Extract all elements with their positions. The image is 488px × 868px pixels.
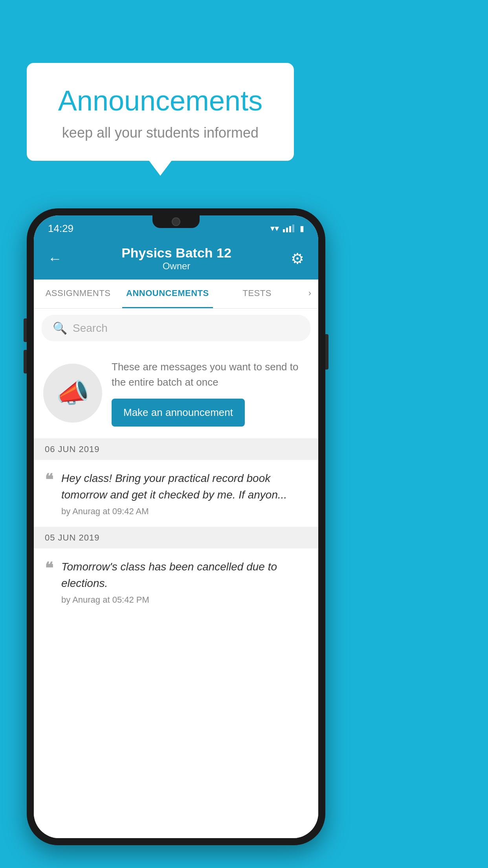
announcement-message-1: Hey class! Bring your practical record b…	[61, 470, 307, 503]
tabs-bar: ASSIGNMENTS ANNOUNCEMENTS TESTS ›	[34, 280, 318, 309]
speech-bubble-title: Announcements	[50, 85, 270, 117]
status-time: 14:29	[48, 223, 73, 235]
battery-icon: ▮	[300, 224, 304, 233]
announcement-text-1: Hey class! Bring your practical record b…	[61, 470, 307, 517]
phone-camera	[172, 217, 180, 226]
tab-announcements[interactable]: ANNOUNCEMENTS	[122, 280, 213, 308]
app-header: ← Physics Batch 12 Owner ⚙	[34, 238, 318, 280]
announcement-empty-state: 📣 These are messages you want to send to…	[34, 348, 318, 439]
speech-bubble-subtitle: keep all your students informed	[50, 125, 270, 141]
announcement-meta-1: by Anurag at 09:42 AM	[61, 506, 307, 517]
volume-down-button	[24, 350, 27, 373]
volume-up-button	[24, 318, 27, 342]
phone-outer: 14:29 ▾▾ ▮ ← Physics Batch 12	[27, 208, 325, 845]
speech-bubble-container: Announcements keep all your students inf…	[27, 63, 294, 161]
date-separator-1: 06 JUN 2019	[34, 439, 318, 460]
tab-assignments[interactable]: ASSIGNMENTS	[34, 280, 122, 308]
user-role: Owner	[62, 261, 291, 272]
search-icon: 🔍	[53, 321, 67, 335]
back-button[interactable]: ←	[48, 250, 62, 267]
phone-notch	[152, 215, 200, 228]
date-separator-2: 05 JUN 2019	[34, 527, 318, 548]
header-center: Physics Batch 12 Owner	[62, 245, 291, 272]
phone-screen: 14:29 ▾▾ ▮ ← Physics Batch 12	[34, 215, 318, 838]
search-container: 🔍 Search	[34, 309, 318, 348]
speech-bubble: Announcements keep all your students inf…	[27, 63, 294, 161]
status-icons: ▾▾ ▮	[270, 223, 304, 234]
batch-name: Physics Batch 12	[62, 245, 291, 261]
screen-content: 🔍 Search 📣 These are messages you want t…	[34, 309, 318, 838]
announcement-right: These are messages you want to send to t…	[112, 359, 309, 427]
tab-tests[interactable]: TESTS	[213, 280, 301, 308]
announcement-meta-2: by Anurag at 05:42 PM	[61, 595, 307, 605]
tab-more-icon[interactable]: ›	[301, 280, 318, 308]
settings-gear-icon[interactable]: ⚙	[291, 250, 304, 267]
phone-wrapper: 14:29 ▾▾ ▮ ← Physics Batch 12	[27, 208, 325, 845]
announcement-item-1[interactable]: ❝ Hey class! Bring your practical record…	[34, 460, 318, 527]
wifi-icon: ▾▾	[270, 223, 279, 234]
signal-bars-icon	[283, 224, 294, 232]
announcement-message-2: Tomorrow's class has been cancelled due …	[61, 559, 307, 592]
quote-icon-2: ❝	[45, 560, 53, 576]
make-announcement-button[interactable]: Make an announcement	[112, 399, 245, 427]
search-box[interactable]: 🔍 Search	[42, 315, 310, 341]
announcement-text-2: Tomorrow's class has been cancelled due …	[61, 559, 307, 605]
announcement-item-2[interactable]: ❝ Tomorrow's class has been cancelled du…	[34, 548, 318, 615]
quote-icon-1: ❝	[45, 472, 53, 487]
power-button	[325, 334, 328, 370]
announcement-icon-circle: 📣	[43, 364, 102, 423]
announcement-description: These are messages you want to send to t…	[112, 359, 309, 390]
megaphone-icon: 📣	[56, 377, 90, 409]
search-input[interactable]: Search	[73, 322, 108, 335]
